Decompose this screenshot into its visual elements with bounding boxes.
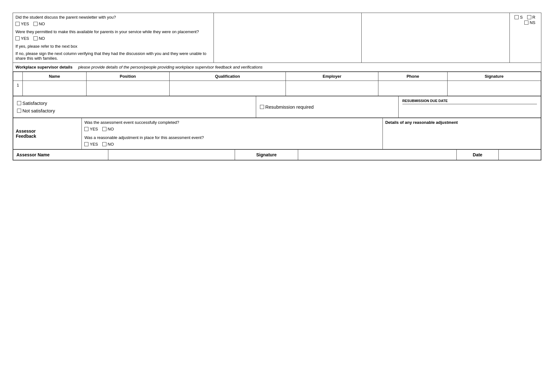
- not-satisfactory-option[interactable]: Not satisfactory: [17, 108, 55, 113]
- af-q1-no-checkbox[interactable]: [102, 127, 106, 131]
- af-q1-yes-option[interactable]: YES: [84, 127, 98, 131]
- signature-label-cell: Signature: [235, 150, 298, 160]
- af-q2-no-option[interactable]: NO: [102, 142, 114, 147]
- grading-cell: S R NS: [509, 13, 541, 63]
- workplace-header-cell: Workplace supervisor details please prov…: [13, 63, 541, 72]
- af-q1-no-label: NO: [108, 127, 114, 131]
- top-mid2-cell: [362, 13, 509, 63]
- q2-no-option[interactable]: NO: [33, 36, 45, 41]
- not-satisfactory-label: Not satisfactory: [22, 108, 55, 113]
- grade-s-option[interactable]: S: [515, 15, 523, 20]
- q2-yes-label: YES: [21, 36, 29, 41]
- grade-ns-label: NS: [530, 20, 535, 25]
- resubmission-checkbox[interactable]: [260, 105, 264, 109]
- af-q1-no-option[interactable]: NO: [102, 127, 114, 131]
- top-mid-cell: [214, 13, 361, 63]
- sup-col-name: Name: [23, 72, 87, 81]
- if-yes-text: If yes, please refer to the next box: [15, 44, 211, 49]
- assessor-q2-text: Was a reasonable adjustment in place for…: [84, 135, 380, 140]
- date-value-cell[interactable]: [499, 150, 541, 160]
- sup-col-num: [13, 72, 23, 81]
- af-q2-yes-label: YES: [90, 142, 98, 147]
- assessor-q1-text: Was the assessment event successfully co…: [84, 120, 380, 125]
- q1-no-checkbox[interactable]: [33, 22, 38, 26]
- grade-ns-checkbox[interactable]: [524, 21, 528, 25]
- assessor-feedback-label: Assessor Feedback: [13, 118, 82, 149]
- question2-text: Were they permitted to make this availab…: [15, 29, 211, 34]
- grade-r-checkbox[interactable]: [527, 15, 531, 19]
- resubmission-option[interactable]: Resubmission required: [260, 104, 314, 110]
- q1-yes-option[interactable]: YES: [15, 21, 29, 26]
- supervisor-row-1: 1: [13, 81, 541, 96]
- sup-employer-cell[interactable]: [286, 81, 378, 96]
- q2-no-checkbox[interactable]: [33, 36, 38, 40]
- resubmission-required-cell: Resubmission required: [256, 96, 398, 118]
- q1-yes-checkbox[interactable]: [15, 22, 20, 26]
- question1-text: Did the student discuss the parent newsl…: [15, 15, 211, 20]
- af-q2-no-checkbox[interactable]: [102, 142, 106, 146]
- date-label-cell: Date: [456, 150, 499, 160]
- assessor-name-value-cell[interactable]: [108, 150, 235, 160]
- signature-value-cell[interactable]: [298, 150, 456, 160]
- resubmission-date-header: RESUBMISSION DUE DATE: [402, 99, 537, 104]
- af-q2-yes-option[interactable]: YES: [84, 142, 98, 147]
- grade-s-checkbox[interactable]: [515, 15, 519, 19]
- date-label: Date: [473, 152, 482, 157]
- sup-signature-cell[interactable]: [447, 81, 541, 96]
- satisfactory-label: Satisfactory: [22, 100, 47, 106]
- q1-yes-label: YES: [21, 21, 29, 26]
- row-number: 1: [13, 81, 23, 96]
- sup-qual-cell[interactable]: [169, 81, 286, 96]
- sup-name-cell[interactable]: [23, 81, 87, 96]
- resubmission-label: Resubmission required: [265, 104, 314, 110]
- q2-yes-checkbox[interactable]: [15, 36, 20, 40]
- sup-position-cell[interactable]: [86, 81, 169, 96]
- not-satisfactory-checkbox[interactable]: [17, 109, 21, 113]
- details-value[interactable]: [385, 125, 538, 144]
- sup-col-position: Position: [86, 72, 169, 81]
- workplace-header-label: Workplace supervisor details: [15, 65, 72, 69]
- af-q2-no-label: NO: [108, 142, 114, 147]
- satisfactory-option[interactable]: Satisfactory: [17, 100, 47, 106]
- reasonable-adjustment-cell: Details of any reasonable adjustment: [382, 118, 541, 149]
- results-checkboxes-cell: Satisfactory Not satisfactory: [13, 96, 256, 118]
- grade-r-option[interactable]: R: [527, 15, 535, 20]
- resubmission-date-value[interactable]: [402, 106, 537, 115]
- details-label: Details of any reasonable adjustment: [385, 120, 538, 125]
- assessor-name-label-cell: Assessor Name: [13, 150, 108, 160]
- sup-col-employer: Employer: [286, 72, 378, 81]
- workplace-header-subtext: please provide details of the person/peo…: [78, 65, 262, 69]
- q2-yes-option[interactable]: YES: [15, 36, 29, 41]
- assessor-name-label: Assessor Name: [16, 152, 50, 157]
- af-q1-yes-label: YES: [90, 127, 98, 131]
- sup-col-qual: Qualification: [169, 72, 286, 81]
- assessor-questions-cell: Was the assessment event successfully co…: [82, 118, 382, 149]
- grade-ns-option[interactable]: NS: [524, 20, 535, 25]
- sup-phone-cell[interactable]: [378, 81, 447, 96]
- q1-no-option[interactable]: NO: [33, 21, 45, 26]
- satisfactory-checkbox[interactable]: [17, 101, 21, 105]
- grade-r-label: R: [533, 15, 535, 20]
- af-q1-yes-checkbox[interactable]: [84, 127, 88, 131]
- signature-label: Signature: [256, 152, 277, 157]
- q2-no-label: NO: [39, 36, 45, 41]
- if-no-text: If no, please sign the next column verif…: [15, 51, 211, 61]
- resubmission-date-cell: RESUBMISSION DUE DATE: [398, 96, 541, 118]
- sup-col-signature: Signature: [447, 72, 541, 81]
- grade-s-label: S: [520, 15, 523, 20]
- af-q2-yes-checkbox[interactable]: [84, 142, 88, 146]
- q1-no-label: NO: [39, 21, 45, 26]
- sup-col-phone: Phone: [378, 72, 447, 81]
